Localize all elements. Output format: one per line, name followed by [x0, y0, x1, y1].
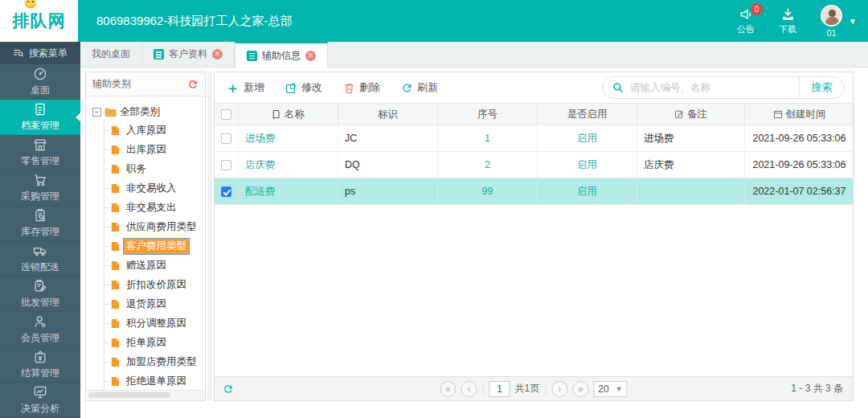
archive-icon — [32, 101, 48, 117]
tree-node[interactable]: 退货原因 — [104, 294, 205, 314]
tree-node[interactable]: 折扣改价原因 — [104, 275, 205, 294]
row-checkbox[interactable] — [221, 160, 231, 170]
tab-customer-data[interactable]: 客户资料 ✕ — [142, 42, 235, 67]
tree-horizontal-scrollbar[interactable] — [87, 390, 204, 400]
cell-name[interactable]: 进场费 — [239, 125, 338, 151]
row-checkbox[interactable] — [221, 133, 231, 144]
refresh-button[interactable]: 刷新 — [401, 80, 438, 95]
column-label: 标识 — [378, 108, 398, 121]
add-button[interactable]: ＋ 新增 — [226, 80, 264, 95]
refresh-label: 刷新 — [417, 80, 438, 95]
tree-node-label: 加盟店费用类型 — [123, 354, 200, 371]
column-header-created[interactable]: 创建时间 — [745, 104, 854, 125]
tree-node[interactable]: 非交易收入 — [104, 178, 205, 198]
tree-list: 入库原因 出库原因 职务 非交易收入 非交易支出 供应商费用类型 客户费用类型 … — [104, 121, 205, 391]
table-row-selected[interactable]: 配送费 ps 99 启用 2022-01-07 02:56:37 — [215, 178, 853, 205]
cell-name[interactable]: 配送费 — [239, 178, 338, 204]
add-label: 新增 — [244, 80, 264, 95]
tree-node[interactable]: 积分调整原因 — [104, 314, 205, 333]
sidebar-item-distribution[interactable]: 连锁配送 — [0, 241, 80, 277]
clipboard-search-icon — [32, 207, 48, 223]
wallet-yen-icon — [32, 349, 48, 365]
table-row[interactable]: 店庆费 DQ 2 启用 店庆费 2021-09-26 05:33:06 — [215, 152, 853, 178]
tree-node[interactable]: 拒单原因 — [104, 333, 205, 352]
first-page-button[interactable]: « — [440, 381, 456, 397]
tree-node[interactable]: 出库原因 — [104, 140, 205, 159]
sidebar-item-purchasing[interactable]: 采购管理 — [0, 170, 80, 206]
tree-node-selected[interactable]: 客户费用类型 — [104, 236, 205, 256]
page-input[interactable]: 1 — [489, 381, 510, 397]
edit-icon — [285, 82, 297, 94]
sidebar-item-settlement[interactable]: 结算管理 — [0, 347, 80, 383]
tab-label: 客户资料 — [169, 47, 207, 61]
tab-my-desktop[interactable]: 我的桌面 — [80, 42, 142, 67]
tab-auxiliary-info[interactable]: 辅助信息 ✕ — [235, 42, 328, 68]
cell-name[interactable]: 店庆费 — [239, 152, 338, 178]
grid-refresh-button[interactable] — [223, 383, 234, 395]
sidebar-search-label: 搜索菜单 — [29, 47, 68, 60]
tree-node[interactable]: 职务 — [104, 159, 205, 178]
row-checkbox-checked[interactable] — [221, 186, 231, 197]
table-row[interactable]: 进场费 JC 1 启用 进场费 2021-09-26 05:33:06 — [215, 125, 853, 152]
refresh-icon — [401, 82, 413, 94]
column-label: 创建时间 — [786, 108, 826, 121]
tree-node[interactable]: 加盟店费用类型 — [104, 352, 205, 371]
member-icon — [32, 314, 48, 330]
sidebar: 搜索菜单 桌面 档案管理 零售管理 采购管理 库存管理 连锁配送 批发管理 — [0, 42, 80, 418]
announcement-button[interactable]: 0 公告 — [737, 6, 755, 35]
sidebar-item-archives[interactable]: 档案管理 — [0, 100, 80, 135]
tree-panel-title: 辅助类别 — [92, 77, 187, 91]
page-size-select[interactable]: 20 ▼ — [593, 381, 627, 397]
next-page-button[interactable]: › — [551, 381, 567, 397]
tree-node[interactable]: 非交易支出 — [104, 198, 205, 217]
grid-toolbar: ＋ 新增 修改 删除 刷新 搜索 — [215, 72, 853, 103]
search-icon — [612, 82, 624, 93]
last-page-button[interactable]: » — [572, 381, 588, 397]
cart-icon — [32, 172, 48, 188]
column-header-enabled[interactable]: 是否启用 — [538, 104, 637, 125]
folder-icon — [104, 107, 117, 117]
column-header-name[interactable]: 名称 — [239, 104, 338, 125]
tree-node[interactable]: 拒绝退单原因 — [104, 371, 205, 391]
prev-page-button[interactable]: ‹ — [461, 381, 477, 397]
search-input[interactable] — [630, 82, 799, 93]
tree-body: − 全部类别 入库原因 出库原因 职务 非交易收入 非交易支出 供应商费用类型 … — [86, 96, 205, 391]
sidebar-item-wholesale[interactable]: 批发管理 — [0, 277, 80, 312]
edit-button[interactable]: 修改 — [285, 80, 322, 95]
pagination-separator: | — [544, 383, 547, 395]
column-header-remark[interactable]: 备注 — [637, 104, 745, 125]
search-button[interactable]: 搜索 — [799, 77, 844, 98]
edit-label: 修改 — [301, 80, 322, 95]
category-tree-panel: 辅助类别 − 全部类别 入库原因 出库原因 职务 非交易收入 非交易支出 供应商… — [85, 72, 206, 401]
cell-enabled[interactable]: 启用 — [538, 178, 637, 204]
delete-button[interactable]: 删除 — [343, 80, 380, 95]
user-menu[interactable]: 01 ▼ — [821, 5, 857, 38]
truck-icon — [32, 243, 48, 259]
tree-node[interactable]: 赠送原因 — [104, 256, 205, 275]
tree-refresh-icon[interactable] — [187, 79, 199, 90]
tree-node[interactable]: 供应商费用类型 — [104, 217, 205, 236]
download-button[interactable]: 下载 — [779, 6, 796, 35]
brand-logo[interactable]: 排队网 — [0, 0, 78, 42]
file-icon — [111, 241, 120, 252]
collapse-icon[interactable]: − — [92, 108, 101, 117]
announcement-label: 公告 — [737, 23, 755, 35]
cell-enabled[interactable]: 启用 — [538, 125, 637, 151]
tree-vertical-scrollbar[interactable] — [207, 72, 212, 401]
sidebar-item-desktop[interactable]: 桌面 — [0, 64, 80, 100]
sidebar-item-analysis[interactable]: 决策分析 — [0, 383, 80, 418]
column-header-code[interactable]: 标识 — [338, 104, 438, 125]
sidebar-item-members[interactable]: 会员管理 — [0, 312, 80, 347]
sidebar-item-inventory[interactable]: 库存管理 — [0, 206, 80, 241]
sidebar-search-menu[interactable]: 搜索菜单 — [0, 42, 80, 64]
close-icon[interactable]: ✕ — [212, 49, 223, 59]
close-icon[interactable]: ✕ — [305, 51, 316, 61]
file-icon — [111, 203, 120, 213]
sidebar-item-retail[interactable]: 零售管理 — [0, 135, 80, 170]
tree-root-node[interactable]: − 全部类别 — [92, 103, 205, 121]
select-all-checkbox[interactable] — [221, 109, 231, 120]
column-header-seq[interactable]: 序号 — [438, 104, 538, 125]
tree-node[interactable]: 入库原因 — [104, 121, 205, 140]
cell-enabled[interactable]: 启用 — [538, 152, 637, 178]
tree-node-label: 入库原因 — [123, 122, 170, 139]
